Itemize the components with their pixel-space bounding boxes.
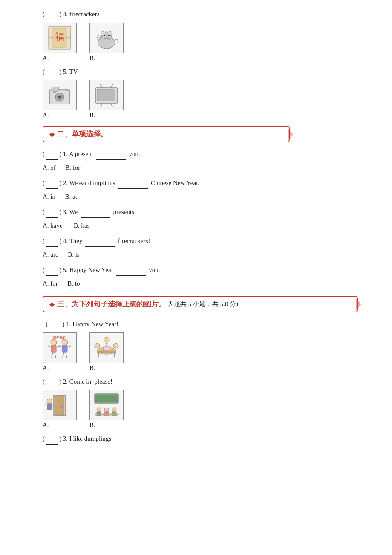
- svg-point-47: [106, 343, 107, 344]
- s3-q2-paren: [46, 376, 58, 387]
- s2-q2-optA: A. in: [43, 193, 55, 200]
- svg-point-54: [47, 399, 52, 404]
- s2-q1-optB: B. for: [65, 164, 80, 171]
- svg-line-37: [67, 346, 71, 347]
- svg-line-26: [100, 84, 103, 88]
- svg-point-28: [51, 339, 57, 345]
- s2-q4-paren: [46, 235, 58, 247]
- svg-rect-29: [51, 345, 56, 352]
- svg-line-56: [45, 404, 47, 405]
- s3-q1-img-a-svg: 新年快乐: [45, 335, 74, 361]
- s3-q2-img-b-box: [89, 390, 124, 420]
- svg-point-11: [106, 36, 107, 38]
- s2-q5-optA: A. for: [43, 280, 58, 287]
- svg-line-39: [66, 352, 67, 358]
- q4-img-b-label: B.: [89, 55, 95, 62]
- s2-q1-blank: [96, 159, 126, 160]
- s2-q5: ( ) 5. Happy New Year you. A. for B. to: [43, 264, 358, 289]
- q5-img-b-label: B.: [89, 112, 95, 119]
- q5-img-b-container: B.: [89, 80, 124, 119]
- svg-line-25: [111, 103, 112, 107]
- svg-point-10: [108, 35, 110, 36]
- s2-q2-blank: [118, 188, 148, 189]
- q4-label: firecrackers: [69, 11, 100, 17]
- s2-q3-text: ( ) 3. We presents.: [43, 206, 358, 218]
- svg-rect-55: [47, 404, 52, 410]
- s2-q3-blank: [81, 217, 110, 218]
- svg-point-64: [112, 408, 116, 412]
- s3-q2-img-a-svg: [45, 392, 74, 418]
- s3-q1: ( ) 1. Happy New Year!: [43, 318, 358, 372]
- svg-rect-16: [52, 87, 59, 91]
- s2-q5-blank: [116, 275, 146, 276]
- s3-q2-text: ( ) 2. Come in, please!: [43, 376, 358, 387]
- q5-img-b-svg: [92, 82, 121, 108]
- section3-title: 三、为下列句子选择正确的图片。: [57, 299, 166, 309]
- s3-q1-img-b-box: [89, 332, 124, 363]
- svg-rect-66: [95, 414, 103, 415]
- s3-q1-text: ( ) 1. Happy New Year!: [43, 318, 358, 330]
- s2-q2: ( ) 2. We eat dumplings Chinese New Year…: [43, 177, 358, 202]
- svg-point-50: [104, 337, 109, 342]
- s3-q1-images: 新年快乐 A.: [43, 332, 358, 372]
- s2-q5-text: ( ) 5. Happy New Year you.: [43, 264, 358, 276]
- svg-line-27: [110, 84, 113, 88]
- s2-q1-optA: A. of: [43, 164, 56, 171]
- s2-q2-options: A. in B. at: [43, 191, 358, 202]
- svg-point-60: [97, 408, 101, 412]
- s3-q1-img-a-label: A.: [43, 364, 49, 372]
- svg-line-24: [101, 103, 102, 107]
- s2-q2-text: ( ) 2. We eat dumplings Chinese New Year…: [43, 177, 358, 189]
- s3-q1-img-b-svg: [92, 335, 121, 361]
- s2-q3-optB: B. has: [74, 222, 90, 229]
- svg-line-30: [48, 346, 51, 347]
- s2-q4-optB: B. is: [68, 251, 80, 258]
- svg-point-48: [95, 343, 100, 348]
- section1-q5: ( ) 5. TV A.: [43, 66, 358, 119]
- q4-paren: [46, 9, 58, 20]
- q5-images: A. B.: [43, 80, 358, 119]
- svg-line-12: [96, 35, 101, 37]
- s2-q4: ( ) 4. They firecrackers! A. are B. is: [43, 235, 358, 260]
- s3-q2-img-b-container: B.: [89, 390, 124, 429]
- s3-q1-img-a-box: 新年快乐: [43, 332, 77, 363]
- q4-img-b-svg: [92, 25, 121, 51]
- q5-paren: [46, 66, 58, 78]
- svg-text:新年快乐: 新年快乐: [53, 336, 66, 340]
- s2-q4-text: ( ) 4. They firecrackers!: [43, 235, 358, 247]
- q4-images: 福 A.: [43, 23, 358, 62]
- s2-q3: ( ) 3. We presents. A. have B. has: [43, 206, 358, 231]
- section2-header: ◆ 二、单项选择。: [43, 126, 290, 142]
- s3-q1-img-a-container: 新年快乐 A.: [43, 332, 77, 372]
- q5-img-a-container: A.: [43, 80, 77, 119]
- s2-q4-blank: [85, 246, 115, 247]
- svg-rect-68: [111, 414, 118, 415]
- section3-diamond: ◆: [49, 300, 55, 308]
- q4-img-b-box: [89, 23, 124, 53]
- s3-q1-img-b-label: B.: [89, 364, 95, 372]
- svg-point-19: [58, 96, 61, 98]
- s2-q1-text: ( ) 1. A present you.: [43, 148, 358, 160]
- svg-point-9: [104, 35, 105, 36]
- s2-q4-optA: A. are: [43, 251, 58, 258]
- svg-line-38: [63, 352, 64, 358]
- svg-rect-52: [55, 396, 64, 415]
- section2-diamond: ◆: [49, 130, 55, 138]
- svg-line-43: [98, 353, 99, 359]
- svg-rect-23: [97, 89, 114, 101]
- q5-img-a-label: A.: [43, 112, 49, 119]
- svg-point-62: [104, 408, 109, 412]
- q5-img-b-box: [89, 80, 124, 110]
- s2-q3-options: A. have B. has: [43, 220, 358, 231]
- s2-q4-options: A. are B. is: [43, 249, 358, 260]
- s2-q5-paren: [46, 264, 58, 276]
- s2-q1-paren: [46, 148, 58, 160]
- q5-img-a-svg: [45, 82, 74, 108]
- s3-q1-img-b-container: B.: [89, 332, 124, 372]
- s2-q3-paren: [46, 206, 58, 218]
- section2-title: 二、单项选择。: [57, 129, 108, 139]
- svg-rect-45: [103, 347, 110, 351]
- s3-q2-images: A.: [43, 390, 358, 429]
- s3-q3-paren: [46, 433, 58, 445]
- svg-text:福: 福: [55, 32, 64, 42]
